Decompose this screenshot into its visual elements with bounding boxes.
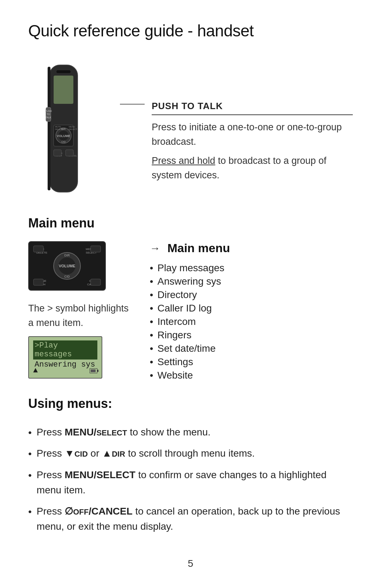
left-column: VOLUME DIR CID MUTE DELETE MENU SELECT P… xyxy=(28,241,128,379)
using-list-item-1: Press MENU/SELECT to show the menu. xyxy=(28,422,353,443)
svg-text:SELECT: SELECT xyxy=(69,128,77,130)
ptt-desc1: Press to initiate a one-to-one or one-to… xyxy=(152,120,353,149)
menu-list: Play messages Answering sys Directory Ca… xyxy=(150,261,353,382)
ptt-label: PUSH TO TALK xyxy=(152,101,223,111)
main-menu-content: VOLUME DIR CID MUTE DELETE MENU SELECT P… xyxy=(28,241,353,382)
svg-rect-1 xyxy=(54,76,73,104)
svg-rect-21 xyxy=(54,150,61,156)
right-column: → Main menu Play messages Answering sys … xyxy=(150,241,353,382)
arrow-right-icon: → xyxy=(150,242,160,254)
menu-select-bold: MENU/SELECT xyxy=(65,427,127,438)
using-menus-section: Using menus: Press MENU/SELECT to show t… xyxy=(28,396,353,537)
list-item: Set date/time xyxy=(150,342,353,355)
svg-rect-39 xyxy=(91,246,101,252)
svg-text:CID: CID xyxy=(61,141,66,143)
push-to-talk-section: PUSH TO TALK Press to initiate a one-to-… xyxy=(152,58,353,182)
ptt-desc2: Press and hold to broadcast to a group o… xyxy=(152,154,353,182)
off-cancel-bold: ∅OFF/CANCEL xyxy=(65,506,132,517)
using-item1-text: Press MENU/SELECT to show the menu. xyxy=(37,424,211,440)
list-item: Caller ID log xyxy=(150,302,353,315)
using-menus-heading: Using menus: xyxy=(28,396,353,411)
list-item: Intercom xyxy=(150,315,353,328)
svg-rect-41 xyxy=(91,279,101,285)
svg-text:DIR: DIR xyxy=(64,254,70,257)
list-item: Ringers xyxy=(150,328,353,342)
using-item2-text: Press ▼CID or ▲DIR to scroll through men… xyxy=(37,446,255,461)
svg-rect-22 xyxy=(66,150,73,156)
svg-text:DIR: DIR xyxy=(61,128,66,130)
keypad-diagram: VOLUME DIR CID MUTE DELETE MENU SELECT P… xyxy=(28,241,106,291)
svg-rect-40 xyxy=(34,279,43,285)
page-number: 5 xyxy=(28,558,353,569)
handset-image: PUSH TO TALK VOLUME MUTE DELETE MENU SEL… xyxy=(28,61,99,198)
top-section: PUSH TO TALK VOLUME MUTE DELETE MENU SEL… xyxy=(28,58,353,198)
svg-text:TALK: TALK xyxy=(46,116,52,119)
svg-text:PUSH: PUSH xyxy=(45,110,52,112)
page-title: Quick reference guide - handset xyxy=(28,21,353,40)
ptt-press-hold: Press and hold xyxy=(152,155,215,166)
cid-bold: ▼CID xyxy=(65,448,88,459)
lcd-up-arrow: ▲ xyxy=(33,366,38,375)
list-item: Website xyxy=(150,369,353,382)
svg-text:MENU: MENU xyxy=(69,126,75,128)
lcd-preview: >Play messages Answering sys ▲ xyxy=(28,336,102,379)
using-item3-text: Press MENU/SELECT to confirm or save cha… xyxy=(37,467,353,498)
svg-text:VOLUME: VOLUME xyxy=(59,264,75,268)
submenu-heading: Main menu xyxy=(167,241,230,255)
main-menu-heading: Main menu xyxy=(28,216,353,231)
list-item: Directory xyxy=(150,288,353,302)
svg-rect-38 xyxy=(34,246,43,252)
main-menu-section: Main menu VOLUME DIR CID MUTE DELETE xyxy=(28,216,353,382)
lcd-bottom-bar: ▲ xyxy=(33,366,97,375)
main-menu-arrow-row: → Main menu xyxy=(150,241,353,255)
svg-rect-2 xyxy=(48,67,50,190)
svg-text:CID: CID xyxy=(64,275,70,278)
using-list-item-2: Press ▼CID or ▲DIR to scroll through men… xyxy=(28,443,353,464)
using-list-item-3: Press MENU/SELECT to confirm or save cha… xyxy=(28,464,353,501)
list-item: Play messages xyxy=(150,261,353,275)
using-list-item-4: Press ∅OFF/CANCEL to cancel an operation… xyxy=(28,501,353,537)
lcd-battery-icon xyxy=(90,368,97,373)
svg-rect-23 xyxy=(56,70,71,73)
symbol-desc: The > symbol highlights a menu item. xyxy=(28,301,128,330)
dir-bold: ▲DIR xyxy=(102,448,125,459)
svg-text:VOLUME: VOLUME xyxy=(57,134,71,138)
using-list: Press MENU/SELECT to show the menu. Pres… xyxy=(28,422,353,537)
svg-text:MUTE: MUTE xyxy=(55,126,61,128)
menu-select-bold2: MENU/SELECT xyxy=(65,469,135,480)
svg-text:TO: TO xyxy=(47,113,50,115)
list-item: Answering sys xyxy=(150,275,353,288)
using-item4-text: Press ∅OFF/CANCEL to cancel an operation… xyxy=(37,504,353,534)
lcd-line1: >Play messages xyxy=(33,340,97,360)
list-item: Settings xyxy=(150,355,353,369)
